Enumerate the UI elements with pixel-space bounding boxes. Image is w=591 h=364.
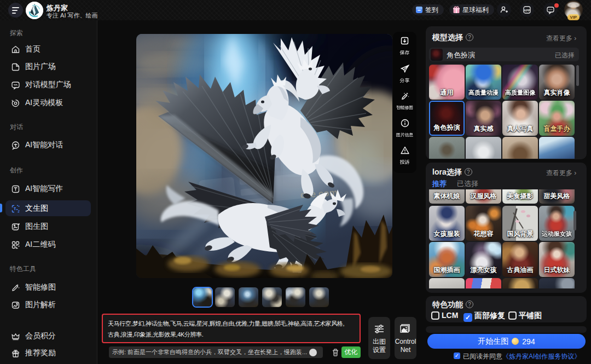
- svg-text:APP: APP: [524, 9, 530, 12]
